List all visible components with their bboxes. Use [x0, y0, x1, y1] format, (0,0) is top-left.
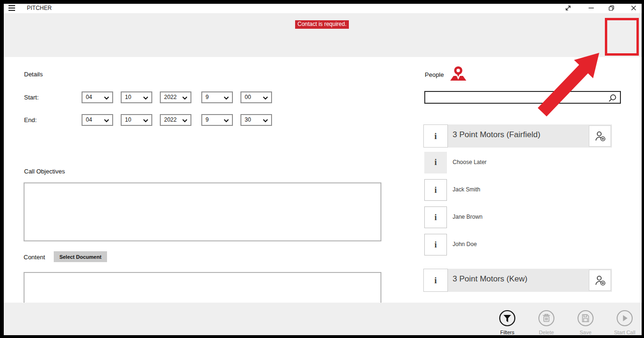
select-value: 00	[245, 94, 251, 100]
minimize-icon[interactable]	[587, 4, 595, 12]
info-button[interactable]: i	[424, 152, 447, 173]
start-call-button[interactable]: Start Call	[608, 310, 641, 335]
contact-name: Choose Later	[453, 159, 487, 165]
info-button[interactable]: i	[424, 234, 447, 256]
account-group-header[interactable]: i 3 Point Motors (Kew)	[423, 269, 612, 292]
chevron-down-icon	[143, 119, 149, 123]
person-add-icon	[594, 275, 606, 287]
select-value: 9	[206, 116, 209, 123]
select-value: 2022	[164, 94, 177, 100]
restore-icon[interactable]	[608, 4, 615, 12]
hamburger-menu-icon[interactable]	[8, 5, 15, 11]
chevron-down-icon	[104, 96, 109, 100]
start-month-select[interactable]: 10	[121, 91, 152, 103]
command-bar	[4, 13, 642, 57]
filters-label: Filters	[491, 330, 524, 335]
contact-row[interactable]: i Choose Later	[424, 152, 612, 173]
info-icon: i	[434, 240, 437, 249]
contact-name: John Doe	[453, 241, 477, 247]
trash-icon	[538, 310, 555, 327]
delete-label: Delete	[530, 330, 563, 335]
select-value: 2022	[164, 116, 177, 123]
details-section-title: Details	[24, 71, 43, 78]
people-search-input[interactable]	[425, 92, 620, 103]
add-person-button[interactable]	[589, 125, 611, 147]
contact-row[interactable]: i Jack Smith	[424, 179, 612, 201]
save-floppy-icon	[577, 310, 594, 327]
chevron-down-icon	[143, 96, 149, 100]
info-icon: i	[434, 157, 437, 167]
contact-row[interactable]: i Jane Brown	[424, 206, 612, 228]
chevron-down-icon	[182, 119, 188, 123]
select-value: 30	[245, 116, 251, 123]
start-day-select[interactable]: 04	[82, 91, 113, 103]
start-call-label: Start Call	[608, 330, 641, 335]
account-name: 3 Point Motors (Kew)	[453, 274, 528, 284]
select-value: 9	[206, 94, 209, 100]
info-icon: i	[434, 213, 437, 222]
map-pin-icon	[450, 66, 467, 82]
chevron-down-icon	[263, 96, 268, 100]
info-icon: i	[434, 131, 437, 141]
info-button[interactable]: i	[423, 124, 448, 148]
call-objectives-textarea[interactable]	[24, 182, 381, 241]
call-objectives-label: Call Objectives	[24, 168, 65, 175]
start-label: Start:	[24, 94, 39, 101]
select-value: 04	[86, 116, 92, 123]
people-search-box	[424, 91, 621, 104]
person-add-icon	[594, 131, 606, 142]
contact-name: Jane Brown	[453, 214, 482, 220]
content-label: Content	[24, 254, 45, 261]
end-day-select[interactable]: 04	[82, 114, 113, 126]
info-button[interactable]: i	[423, 269, 448, 292]
end-month-select[interactable]: 10	[121, 114, 152, 126]
contact-name: Jack Smith	[453, 186, 480, 193]
start-minute-select[interactable]: 00	[240, 91, 272, 103]
add-person-button[interactable]	[589, 270, 611, 291]
contact-row[interactable]: i John Doe	[424, 234, 612, 256]
fullscreen-icon[interactable]	[564, 4, 572, 12]
select-value: 10	[125, 94, 131, 100]
title-bar: PITCHER	[4, 4, 642, 13]
app-window: PITCHER Contact is required. Back	[0, 0, 644, 338]
filter-funnel-icon	[499, 310, 516, 327]
chevron-down-icon	[104, 119, 109, 123]
end-hour-select[interactable]: 9	[201, 114, 233, 126]
info-icon: i	[434, 185, 437, 195]
info-icon: i	[434, 275, 437, 285]
info-button[interactable]: i	[424, 179, 447, 201]
delete-button[interactable]: Delete	[530, 310, 563, 335]
save-label: Save	[569, 330, 602, 335]
chevron-down-icon	[182, 96, 188, 100]
filters-button[interactable]: Filters	[491, 310, 524, 335]
chevron-down-icon	[223, 96, 229, 100]
window-title: PITCHER	[27, 5, 52, 11]
end-label: End:	[24, 116, 37, 124]
chevron-down-icon	[223, 119, 229, 123]
end-minute-select[interactable]: 30	[240, 114, 272, 126]
end-year-select[interactable]: 2022	[160, 114, 191, 126]
select-document-button[interactable]: Select Document	[54, 251, 107, 262]
save-button[interactable]: Save	[569, 310, 602, 335]
account-name: 3 Point Motors (Fairfield)	[453, 130, 540, 140]
select-value: 04	[86, 94, 92, 100]
play-icon	[616, 310, 633, 327]
start-year-select[interactable]: 2022	[160, 91, 191, 103]
select-value: 10	[125, 116, 131, 123]
account-group-header[interactable]: i 3 Point Motors (Fairfield)	[423, 124, 612, 148]
validation-error-banner: Contact is required.	[295, 20, 349, 29]
start-hour-select[interactable]: 9	[201, 91, 233, 103]
info-button[interactable]: i	[424, 206, 447, 228]
people-label: People	[425, 71, 444, 78]
chevron-down-icon	[263, 119, 268, 123]
search-icon[interactable]	[608, 94, 617, 103]
close-icon[interactable]	[630, 4, 637, 12]
